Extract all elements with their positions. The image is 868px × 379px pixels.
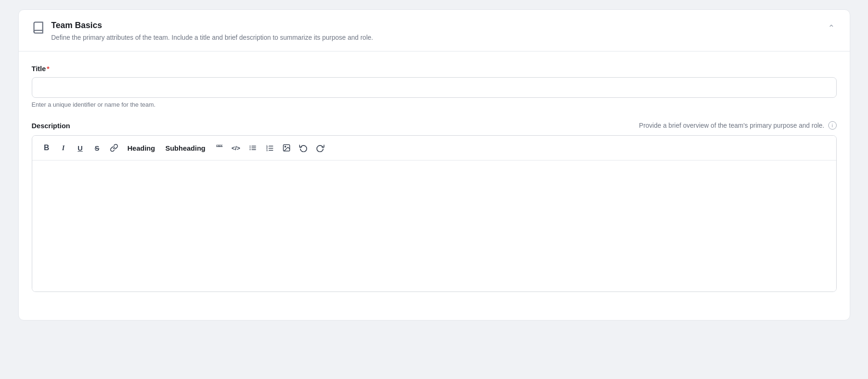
- undo-icon: [299, 144, 308, 152]
- team-basics-card: Team Basics Define the primary attribute…: [18, 9, 850, 321]
- link-button[interactable]: [106, 140, 122, 155]
- description-hint: Provide a brief overview of the team's p…: [639, 121, 836, 130]
- underline-button[interactable]: U: [72, 140, 88, 155]
- card-title: Team Basics: [51, 20, 373, 31]
- image-button[interactable]: [279, 140, 294, 155]
- card-header: Team Basics Define the primary attribute…: [19, 10, 850, 51]
- ordered-list-button[interactable]: 1. 2. 3.: [262, 140, 278, 155]
- info-icon[interactable]: i: [828, 121, 837, 130]
- description-row: Description Provide a brief overview of …: [32, 121, 837, 130]
- svg-rect-3: [251, 148, 256, 149]
- description-label: Description: [32, 122, 71, 130]
- description-content-area[interactable]: [32, 160, 836, 292]
- required-indicator: *: [47, 65, 50, 73]
- title-field-group: Title * Enter a unique identifier or nam…: [32, 65, 837, 108]
- title-input[interactable]: [32, 77, 837, 98]
- title-label: Title *: [32, 65, 837, 73]
- bold-button[interactable]: B: [39, 140, 55, 155]
- heading-button[interactable]: Heading: [123, 140, 160, 155]
- svg-point-2: [249, 147, 250, 148]
- code-button[interactable]: </>: [228, 140, 244, 155]
- ordered-list-icon: 1. 2. 3.: [265, 144, 274, 152]
- editor-toolbar: B I U S: [32, 136, 836, 160]
- italic-button[interactable]: I: [56, 140, 72, 155]
- description-editor: B I U S: [32, 135, 837, 292]
- svg-text:3.: 3.: [266, 149, 268, 152]
- image-icon: [282, 144, 291, 152]
- card-body: Title * Enter a unique identifier or nam…: [19, 51, 850, 320]
- strikethrough-button[interactable]: S: [89, 140, 105, 155]
- svg-point-0: [249, 146, 250, 147]
- svg-rect-9: [268, 148, 273, 149]
- description-field-group: Description Provide a brief overview of …: [32, 121, 837, 292]
- collapse-button[interactable]: ⌃: [826, 21, 837, 35]
- redo-button[interactable]: [312, 140, 328, 155]
- subheading-button[interactable]: Subheading: [161, 140, 210, 155]
- card-header-text: Team Basics Define the primary attribute…: [51, 20, 373, 43]
- svg-rect-1: [251, 146, 256, 147]
- svg-rect-5: [251, 149, 256, 150]
- title-hint: Enter a unique identifier or name for th…: [32, 101, 837, 108]
- svg-rect-11: [268, 150, 273, 151]
- blockquote-button[interactable]: ““: [211, 140, 227, 155]
- book-icon: [32, 21, 45, 34]
- bullet-list-button[interactable]: [245, 140, 261, 155]
- card-subtitle: Define the primary attributes of the tea…: [51, 33, 373, 43]
- card-header-left: Team Basics Define the primary attribute…: [32, 20, 373, 43]
- link-icon: [110, 144, 118, 152]
- bullet-list-icon: [249, 144, 257, 152]
- svg-point-13: [285, 146, 286, 147]
- svg-point-4: [249, 149, 250, 150]
- undo-button[interactable]: [295, 140, 311, 155]
- svg-rect-7: [268, 146, 273, 147]
- redo-icon: [316, 144, 324, 152]
